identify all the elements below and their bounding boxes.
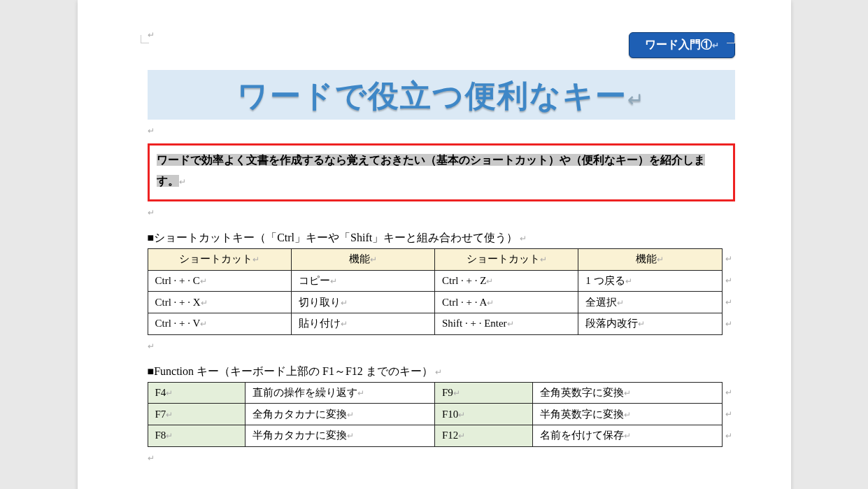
section1-heading: ■ショートカットキー（「Ctrl」キーや「Shift」キーと組み合わせて使う） … [148, 231, 735, 246]
paragraph-mark: ↵ [148, 341, 155, 351]
function-key-table-wrap: F4↵ 直前の操作を繰り返す↵ F9↵ 全角英数字に変換↵ F7↵ 全角カタカナ… [148, 382, 735, 447]
intro-text: ワードで効率よく文書を作成するなら覚えておきたい（基本のショートカット）や（便利… [157, 154, 705, 187]
section2-heading: ■Function キー（キーボード上部の F1～F12 までのキー） ↵ [148, 364, 735, 379]
table-row: Ctrl · + · V↵ 貼り付け↵ Shift · + · Enter↵ 段… [148, 313, 722, 335]
table-row: F7↵ 全角カタカナに変換↵ F10↵ 半角英数字に変換↵ [148, 404, 722, 425]
table-row: F4↵ 直前の操作を繰り返す↵ F9↵ 全角英数字に変換↵ [148, 382, 722, 404]
table-row: Ctrl · + · X↵ 切り取り↵ Ctrl · + · A↵ 全選択↵ [148, 292, 722, 313]
table-row: Ctrl · + · C↵ コピー↵ Ctrl · + · Z↵ 1 つ戻る↵ [148, 270, 722, 292]
row-end-marks: ↵↵↵ [723, 382, 735, 447]
lesson-badge: ワード入門①↵ [629, 32, 735, 58]
document-page: ↵ ワード入門①↵ ワードで役立つ便利なキー↵ ↵ ワードで効率よく文書を作成す… [78, 0, 791, 489]
shortcut-table: ショートカット↵ 機能↵ ショートカット↵ 機能↵ Ctrl · + · C↵ … [148, 248, 723, 335]
table-header-row: ショートカット↵ 機能↵ ショートカット↵ 機能↵ [148, 248, 722, 270]
row-end-marks: ↵↵↵↵ [723, 248, 735, 335]
paragraph-mark: ↵ [148, 30, 155, 40]
col-shortcut: ショートカット↵ [435, 248, 578, 270]
function-key-table: F4↵ 直前の操作を繰り返す↵ F9↵ 全角英数字に変換↵ F7↵ 全角カタカナ… [148, 382, 723, 447]
document-title: ワードで役立つ便利なキー↵ [148, 76, 735, 117]
title-block: ワードで役立つ便利なキー↵ [148, 70, 735, 120]
badge-label: ワード入門① [645, 38, 712, 50]
col-function: 機能↵ [291, 248, 434, 270]
col-shortcut: ショートカット↵ [148, 248, 291, 270]
paragraph-mark: ↵ [148, 208, 155, 218]
col-function: 機能↵ [578, 248, 722, 270]
paragraph-mark: ↵ [148, 126, 155, 136]
table-row: F8↵ 半角カタカナに変換↵ F12↵ 名前を付けて保存↵ [148, 425, 722, 447]
paragraph-mark: ↵ [148, 453, 155, 463]
intro-highlight-box: ワードで効率よく文書を作成するなら覚えておきたい（基本のショートカット）や（便利… [148, 143, 735, 201]
shortcut-table-wrap: ショートカット↵ 機能↵ ショートカット↵ 機能↵ Ctrl · + · C↵ … [148, 248, 735, 335]
